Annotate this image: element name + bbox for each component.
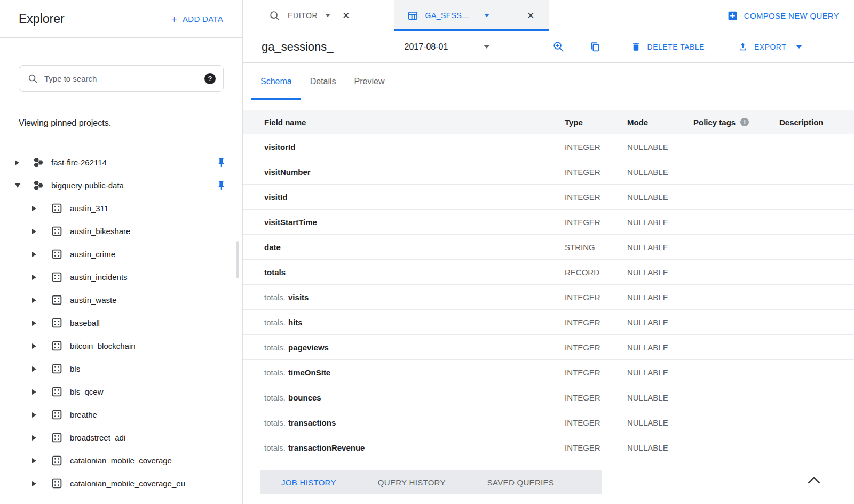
export-icon <box>738 42 748 52</box>
explorer-title: Explorer <box>19 12 65 26</box>
expander-icon[interactable] <box>32 227 39 236</box>
dataset-name[interactable]: austin_incidents <box>70 273 128 282</box>
add-data-button[interactable]: + ADD DATA <box>171 13 223 25</box>
schema-row: totals.bounces INTEGER NULLABLE <box>243 385 854 410</box>
field-mode: NULLABLE <box>627 418 693 427</box>
expander-icon[interactable] <box>32 296 39 305</box>
field-type: INTEGER <box>565 393 627 402</box>
bottom-tab-job-history[interactable]: JOB HISTORY <box>260 470 357 494</box>
search-table-button[interactable] <box>552 41 565 53</box>
expander-icon[interactable] <box>32 434 39 442</box>
bottom-tab-saved-queries[interactable]: SAVED QUERIES <box>466 470 575 494</box>
info-icon[interactable]: i <box>740 118 749 126</box>
dataset-name[interactable]: broadstreet_adi <box>70 433 125 442</box>
dataset-name[interactable]: austin_bikeshare <box>70 227 130 236</box>
chevron-down-icon[interactable] <box>484 14 489 17</box>
schema-row: totals.timeOnSite INTEGER NULLABLE <box>243 360 854 385</box>
field-name-cell: totals.transactionRevenue <box>264 443 565 452</box>
field-type: INTEGER <box>565 318 627 327</box>
dataset-row-austin_crime[interactable]: austin_crime <box>0 243 242 266</box>
add-box-icon <box>727 10 738 21</box>
field-name-cell: visitStartTime <box>264 218 565 227</box>
collapse-panel-button[interactable] <box>807 476 821 484</box>
view-tab-details[interactable]: Details <box>301 63 345 100</box>
chevron-down-icon[interactable] <box>325 14 330 17</box>
search-icon <box>28 74 38 84</box>
dataset-row-bls[interactable]: bls <box>0 357 242 380</box>
pin-icon[interactable] <box>216 180 226 190</box>
dataset-name[interactable]: catalonian_mobile_coverage <box>70 456 172 465</box>
table-suffix-value: 2017-08-01 <box>405 42 448 52</box>
expander-icon[interactable] <box>32 342 39 350</box>
tab-editor[interactable]: EDITOR ✕ <box>256 0 363 31</box>
close-icon[interactable]: ✕ <box>342 10 350 21</box>
scrollbar-thumb[interactable] <box>236 241 239 278</box>
dataset-row-austin_waste[interactable]: austin_waste <box>0 289 242 311</box>
dataset-name[interactable]: baseball <box>70 318 100 327</box>
expander-icon[interactable] <box>15 181 22 190</box>
close-icon[interactable]: ✕ <box>527 10 534 21</box>
schema-row: totals.transactionRevenue INTEGER NULLAB… <box>243 435 854 460</box>
field-name: visitNumber <box>264 167 311 177</box>
project-row-bigquery-public-data[interactable]: bigquery-public-data <box>0 174 242 197</box>
expander-icon[interactable] <box>32 457 39 465</box>
expander-icon[interactable] <box>32 250 39 259</box>
dataset-name[interactable]: bls <box>70 364 80 373</box>
delete-table-button[interactable]: DELETE TABLE <box>631 42 705 52</box>
field-name-cell: visitorId <box>264 142 565 151</box>
dataset-row-austin_311[interactable]: austin_311 <box>0 197 242 220</box>
expander-icon[interactable] <box>32 388 39 396</box>
dataset-name[interactable]: bls_qcew <box>70 387 104 396</box>
expander-icon[interactable] <box>32 411 39 419</box>
view-tab-label: Details <box>310 77 336 86</box>
project-row-fast-fire-262114[interactable]: fast-fire-262114 <box>0 151 242 174</box>
expander-icon[interactable] <box>32 365 39 373</box>
field-name: hits <box>288 318 303 327</box>
dataset-row-austin_incidents[interactable]: austin_incidents <box>0 266 242 289</box>
plus-icon: + <box>171 13 178 25</box>
help-icon[interactable]: ? <box>204 73 216 84</box>
dataset-row-catalonian_mobile_coverage[interactable]: catalonian_mobile_coverage <box>0 449 242 472</box>
field-name: bounces <box>288 393 321 402</box>
dataset-row-breathe[interactable]: breathe <box>0 403 242 426</box>
tab-ga-sessions[interactable]: GA_SESS... ✕ <box>394 0 549 31</box>
expander-icon[interactable] <box>32 479 39 488</box>
project-name[interactable]: fast-fire-262114 <box>51 158 107 167</box>
pin-icon[interactable] <box>216 157 226 167</box>
field-type: INTEGER <box>565 218 627 227</box>
dataset-name[interactable]: austin_crime <box>70 250 115 259</box>
view-tab-preview[interactable]: Preview <box>345 63 394 100</box>
dataset-icon <box>51 455 62 466</box>
dataset-name[interactable]: breathe <box>70 410 97 419</box>
search-box[interactable]: ? <box>19 65 224 92</box>
compose-new-query-button[interactable]: COMPOSE NEW QUERY <box>727 0 839 31</box>
field-type: INTEGER <box>565 167 627 177</box>
expander-icon[interactable] <box>15 158 22 167</box>
copy-table-button[interactable] <box>589 41 601 53</box>
table-icon <box>408 11 418 21</box>
dataset-name[interactable]: bitcoin_blockchain <box>70 341 136 350</box>
expander-icon[interactable] <box>32 204 39 213</box>
bottom-tab-query-history[interactable]: QUERY HISTORY <box>357 470 466 494</box>
expander-icon[interactable] <box>32 319 39 327</box>
column-header-type: Type <box>565 118 627 127</box>
dataset-row-baseball[interactable]: baseball <box>0 311 242 334</box>
project-name[interactable]: bigquery-public-data <box>51 181 124 190</box>
dataset-row-catalonian_mobile_coverage_eu[interactable]: catalonian_mobile_coverage_eu <box>0 472 242 495</box>
dataset-name[interactable]: austin_311 <box>70 204 108 213</box>
schema-row: visitId INTEGER NULLABLE <box>243 185 854 210</box>
field-type: RECORD <box>565 268 627 277</box>
export-button[interactable]: EXPORT <box>738 42 802 52</box>
chevron-down-icon <box>484 45 490 49</box>
dataset-row-bitcoin_blockchain[interactable]: bitcoin_blockchain <box>0 334 242 357</box>
expander-icon[interactable] <box>32 273 39 282</box>
dataset-row-bls_qcew[interactable]: bls_qcew <box>0 380 242 403</box>
dataset-name[interactable]: austin_waste <box>70 295 117 305</box>
search-input[interactable] <box>44 74 198 83</box>
view-tab-schema[interactable]: Schema <box>251 63 301 100</box>
dataset-row-broadstreet_adi[interactable]: broadstreet_adi <box>0 426 242 449</box>
field-prefix: totals. <box>264 393 286 402</box>
dataset-row-austin_bikeshare[interactable]: austin_bikeshare <box>0 220 242 243</box>
dataset-name[interactable]: catalonian_mobile_coverage_eu <box>70 479 185 488</box>
table-suffix-dropdown[interactable]: 2017-08-01 <box>405 42 490 52</box>
